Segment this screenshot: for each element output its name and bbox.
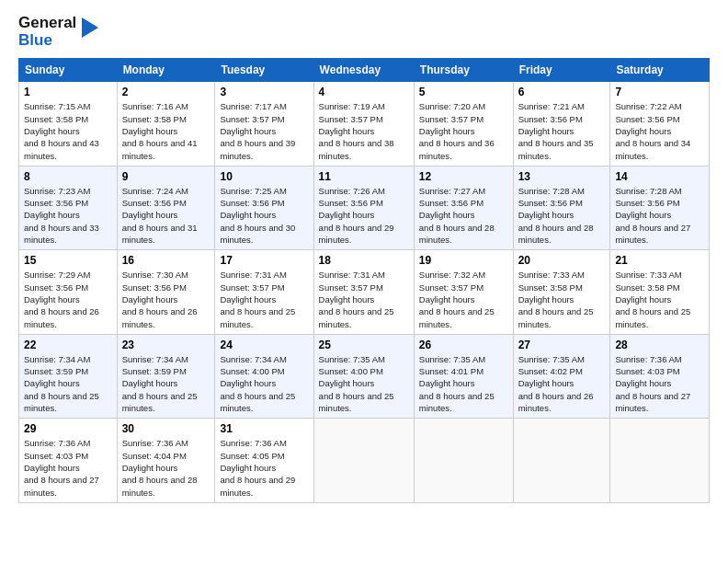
day-number: 23 [122, 339, 210, 351]
day-number: 21 [615, 254, 704, 267]
day-info: Sunrise: 7:33 AMSunset: 3:58 PMDaylight … [518, 269, 606, 329]
day-info: Sunrise: 7:34 AMSunset: 4:00 PMDaylight … [220, 353, 308, 414]
calendar-cell: 11 Sunrise: 7:26 AMSunset: 3:56 PMDaylig… [313, 166, 414, 249]
calendar-cell: 24 Sunrise: 7:34 AMSunset: 4:00 PMDaylig… [215, 334, 313, 418]
calendar-week-row: 8 Sunrise: 7:23 AMSunset: 3:56 PMDayligh… [19, 166, 710, 249]
day-info: Sunrise: 7:28 AMSunset: 3:56 PMDaylight … [518, 185, 606, 246]
calendar-week-row: 29 Sunrise: 7:36 AMSunset: 4:03 PMDaylig… [19, 419, 710, 502]
calendar-cell: 17 Sunrise: 7:31 AMSunset: 3:57 PMDaylig… [215, 250, 313, 334]
day-info: Sunrise: 7:24 AMSunset: 3:56 PMDaylight … [122, 185, 210, 246]
day-info: Sunrise: 7:35 AMSunset: 4:00 PMDaylight … [319, 353, 409, 414]
calendar-cell [414, 419, 513, 502]
day-number: 26 [419, 339, 508, 351]
day-info: Sunrise: 7:16 AMSunset: 3:58 PMDaylight … [122, 100, 210, 161]
calendar-cell: 16 Sunrise: 7:30 AMSunset: 3:56 PMDaylig… [117, 250, 215, 334]
calendar-cell: 25 Sunrise: 7:35 AMSunset: 4:00 PMDaylig… [313, 334, 414, 418]
day-info: Sunrise: 7:34 AMSunset: 3:59 PMDaylight … [24, 353, 112, 414]
day-number: 25 [319, 339, 409, 351]
day-info: Sunrise: 7:33 AMSunset: 3:58 PMDaylight … [615, 269, 704, 329]
day-number: 24 [220, 339, 308, 351]
calendar-cell: 2 Sunrise: 7:16 AMSunset: 3:58 PMDayligh… [117, 82, 215, 166]
day-number: 11 [319, 170, 409, 183]
calendar-week-row: 22 Sunrise: 7:34 AMSunset: 3:59 PMDaylig… [19, 334, 710, 418]
logo-blue: Blue [18, 32, 76, 50]
calendar-header-saturday: Saturday [610, 59, 710, 82]
day-number: 31 [220, 422, 308, 435]
calendar-header-wednesday: Wednesday [313, 59, 414, 82]
calendar-cell: 10 Sunrise: 7:25 AMSunset: 3:56 PMDaylig… [215, 166, 313, 249]
calendar-cell: 20 Sunrise: 7:33 AMSunset: 3:58 PMDaylig… [513, 250, 610, 334]
day-info: Sunrise: 7:27 AMSunset: 3:56 PMDaylight … [419, 185, 508, 246]
day-number: 30 [122, 422, 210, 435]
calendar-cell: 28 Sunrise: 7:36 AMSunset: 4:03 PMDaylig… [610, 334, 710, 418]
calendar-body: 1 Sunrise: 7:15 AMSunset: 3:58 PMDayligh… [19, 82, 710, 502]
calendar-cell: 5 Sunrise: 7:20 AMSunset: 3:57 PMDayligh… [414, 82, 513, 166]
day-number: 12 [419, 170, 508, 183]
calendar-cell: 8 Sunrise: 7:23 AMSunset: 3:56 PMDayligh… [19, 166, 118, 249]
day-info: Sunrise: 7:19 AMSunset: 3:57 PMDaylight … [319, 100, 409, 161]
day-info: Sunrise: 7:22 AMSunset: 3:56 PMDaylight … [615, 100, 704, 161]
calendar-cell: 18 Sunrise: 7:31 AMSunset: 3:57 PMDaylig… [313, 250, 414, 334]
logo-text-block: General Blue [18, 15, 76, 49]
calendar-cell: 1 Sunrise: 7:15 AMSunset: 3:58 PMDayligh… [19, 82, 118, 166]
calendar-header-sunday: Sunday [19, 59, 118, 82]
calendar-cell: 9 Sunrise: 7:24 AMSunset: 3:56 PMDayligh… [117, 166, 215, 249]
day-number: 22 [24, 339, 112, 351]
day-info: Sunrise: 7:32 AMSunset: 3:57 PMDaylight … [419, 269, 508, 329]
day-number: 1 [24, 86, 112, 98]
day-number: 28 [615, 339, 704, 351]
calendar-cell: 14 Sunrise: 7:28 AMSunset: 3:56 PMDaylig… [610, 166, 710, 249]
calendar-cell [313, 419, 414, 502]
calendar-cell [610, 419, 710, 502]
day-number: 8 [24, 170, 112, 183]
day-info: Sunrise: 7:20 AMSunset: 3:57 PMDaylight … [419, 100, 508, 161]
calendar-header-row: SundayMondayTuesdayWednesdayThursdayFrid… [19, 59, 710, 82]
day-number: 20 [518, 254, 606, 267]
day-number: 19 [419, 254, 508, 267]
day-info: Sunrise: 7:35 AMSunset: 4:02 PMDaylight … [518, 353, 606, 414]
day-number: 15 [24, 254, 112, 267]
calendar-cell: 23 Sunrise: 7:34 AMSunset: 3:59 PMDaylig… [117, 334, 215, 418]
calendar-cell: 12 Sunrise: 7:27 AMSunset: 3:56 PMDaylig… [414, 166, 513, 249]
calendar-cell: 4 Sunrise: 7:19 AMSunset: 3:57 PMDayligh… [313, 82, 414, 166]
day-number: 16 [122, 254, 210, 267]
logo-triangle [82, 17, 98, 41]
calendar-cell [513, 419, 610, 502]
day-number: 5 [419, 86, 508, 98]
calendar-cell: 15 Sunrise: 7:29 AMSunset: 3:56 PMDaylig… [19, 250, 118, 334]
day-info: Sunrise: 7:29 AMSunset: 3:56 PMDaylight … [24, 269, 112, 329]
calendar-cell: 27 Sunrise: 7:35 AMSunset: 4:02 PMDaylig… [513, 334, 610, 418]
day-info: Sunrise: 7:17 AMSunset: 3:57 PMDaylight … [220, 100, 308, 161]
day-info: Sunrise: 7:21 AMSunset: 3:56 PMDaylight … [518, 100, 606, 161]
day-info: Sunrise: 7:34 AMSunset: 3:59 PMDaylight … [122, 353, 210, 414]
day-number: 13 [518, 170, 606, 183]
day-info: Sunrise: 7:36 AMSunset: 4:03 PMDaylight … [615, 353, 704, 414]
day-info: Sunrise: 7:36 AMSunset: 4:03 PMDaylight … [24, 437, 112, 498]
day-number: 10 [220, 170, 308, 183]
day-info: Sunrise: 7:30 AMSunset: 3:56 PMDaylight … [122, 269, 210, 329]
calendar-header-monday: Monday [117, 59, 215, 82]
day-info: Sunrise: 7:31 AMSunset: 3:57 PMDaylight … [220, 269, 308, 329]
logo-general: General [18, 15, 76, 32]
day-number: 27 [518, 339, 606, 351]
day-number: 14 [615, 170, 704, 183]
calendar-header-friday: Friday [513, 59, 610, 82]
day-number: 4 [319, 86, 409, 98]
calendar-cell: 30 Sunrise: 7:36 AMSunset: 4:04 PMDaylig… [117, 419, 215, 502]
calendar-table: SundayMondayTuesdayWednesdayThursdayFrid… [18, 58, 710, 502]
calendar-cell: 6 Sunrise: 7:21 AMSunset: 3:56 PMDayligh… [513, 82, 610, 166]
day-info: Sunrise: 7:35 AMSunset: 4:01 PMDaylight … [419, 353, 508, 414]
day-info: Sunrise: 7:15 AMSunset: 3:58 PMDaylight … [24, 100, 112, 161]
day-number: 2 [122, 86, 210, 98]
day-number: 9 [122, 170, 210, 183]
logo-main: General Blue [18, 15, 98, 49]
day-info: Sunrise: 7:23 AMSunset: 3:56 PMDaylight … [24, 185, 112, 246]
day-info: Sunrise: 7:26 AMSunset: 3:56 PMDaylight … [319, 185, 409, 246]
calendar-cell: 19 Sunrise: 7:32 AMSunset: 3:57 PMDaylig… [414, 250, 513, 334]
day-info: Sunrise: 7:31 AMSunset: 3:57 PMDaylight … [319, 269, 409, 329]
day-info: Sunrise: 7:36 AMSunset: 4:04 PMDaylight … [122, 437, 210, 498]
calendar-cell: 3 Sunrise: 7:17 AMSunset: 3:57 PMDayligh… [215, 82, 313, 166]
svg-marker-0 [82, 17, 98, 38]
calendar-cell: 21 Sunrise: 7:33 AMSunset: 3:58 PMDaylig… [610, 250, 710, 334]
calendar-cell: 26 Sunrise: 7:35 AMSunset: 4:01 PMDaylig… [414, 334, 513, 418]
